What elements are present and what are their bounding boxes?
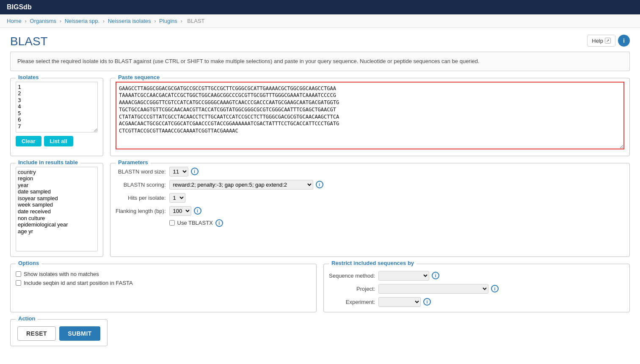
include-date-sampled[interactable]: date sampled bbox=[18, 188, 96, 195]
clear-button[interactable]: Clear bbox=[16, 136, 41, 146]
breadcrumb-sep3: › bbox=[103, 18, 106, 24]
isolate-option-4[interactable]: 4 bbox=[18, 103, 96, 110]
project-info-icon[interactable]: i bbox=[491, 285, 499, 292]
breadcrumb-sep5: › bbox=[180, 18, 184, 24]
app-title: BIGSdb bbox=[7, 3, 32, 11]
include-age-yr[interactable]: age yr bbox=[18, 228, 96, 235]
isolate-option-1[interactable]: 1 bbox=[18, 84, 96, 91]
include-non-culture[interactable]: non culture bbox=[18, 215, 96, 222]
include-year[interactable]: year bbox=[18, 182, 96, 189]
blastn-word-size-label: BLASTN word size: bbox=[116, 168, 166, 175]
isolate-option-6[interactable]: 6 bbox=[18, 116, 96, 123]
experiment-info-icon[interactable]: i bbox=[423, 298, 431, 306]
parameters-grid: BLASTN word size: 11 i BLASTN scoring: r… bbox=[116, 167, 624, 227]
isolates-buttons: Clear List all bbox=[16, 136, 98, 146]
tblastx-info-icon[interactable]: i bbox=[215, 219, 223, 227]
blastn-scoring-info-icon[interactable]: i bbox=[316, 181, 323, 188]
paste-sequence-legend: Paste sequence bbox=[116, 74, 162, 80]
submit-button[interactable]: SUBMIT bbox=[59, 326, 100, 341]
blastn-scoring-label: BLASTN scoring: bbox=[116, 182, 166, 188]
hits-per-isolate-select[interactable]: 1 bbox=[169, 193, 185, 203]
blastn-word-size-select[interactable]: 11 bbox=[169, 167, 188, 176]
include-results-panel: Include in results table country region … bbox=[10, 163, 103, 257]
include-epidemiological-year[interactable]: epidemiological year bbox=[18, 221, 96, 228]
options-panel: Options Show isolates with no matches In… bbox=[10, 264, 317, 312]
isolates-legend: Isolates bbox=[16, 74, 41, 80]
flanking-length-info-icon[interactable]: i bbox=[194, 207, 201, 215]
breadcrumb-home[interactable]: Home bbox=[7, 18, 22, 24]
blastn-scoring-select[interactable]: reward:2; penalty:-3; gap open:5; gap ex… bbox=[169, 180, 313, 190]
experiment-control: i bbox=[378, 297, 624, 307]
parameters-panel: Parameters BLASTN word size: 11 i BLASTN… bbox=[110, 163, 630, 257]
isolates-listbox[interactable]: 1 2 3 4 5 6 7 bbox=[16, 82, 98, 132]
show-no-matches-checkbox[interactable] bbox=[16, 271, 21, 277]
project-control: i bbox=[378, 284, 624, 294]
breadcrumb-organisms[interactable]: Organisms bbox=[30, 18, 56, 24]
breadcrumb-sep2: › bbox=[60, 18, 63, 24]
info-icon: i bbox=[623, 37, 625, 44]
isolate-option-2[interactable]: 2 bbox=[18, 90, 96, 97]
external-link-icon: ↗ bbox=[605, 38, 611, 44]
breadcrumb-plugins[interactable]: Plugins bbox=[159, 18, 177, 24]
sequence-method-info-icon[interactable]: i bbox=[432, 272, 439, 279]
isolate-option-5[interactable]: 5 bbox=[18, 110, 96, 117]
bottom-section: Include in results table country region … bbox=[10, 163, 630, 257]
action-buttons: RESET SUBMIT bbox=[17, 326, 100, 341]
breadcrumb-neisseria-spp[interactable]: Neisseria spp. bbox=[65, 18, 99, 24]
help-label: Help bbox=[592, 38, 603, 44]
page-header: BLAST Help ↗ i bbox=[0, 28, 640, 52]
include-region[interactable]: region bbox=[18, 175, 96, 182]
isolates-panel: Isolates 1 2 3 4 5 6 7 Clear List all bbox=[10, 78, 103, 156]
experiment-select[interactable] bbox=[378, 297, 421, 307]
breadcrumb-sep1: › bbox=[25, 18, 28, 24]
paste-sequence-textarea[interactable] bbox=[116, 82, 624, 149]
parameters-legend: Parameters bbox=[116, 159, 151, 165]
blastn-word-size-info-icon[interactable]: i bbox=[191, 168, 199, 175]
include-date-received[interactable]: date received bbox=[18, 208, 96, 215]
blastn-word-size-control: 11 i bbox=[169, 167, 624, 176]
list-all-button[interactable]: List all bbox=[44, 136, 73, 146]
restrict-legend: Restrict included sequences by bbox=[329, 260, 417, 266]
top-section: Isolates 1 2 3 4 5 6 7 Clear List all Pa… bbox=[10, 78, 630, 156]
project-label: Project: bbox=[329, 286, 375, 292]
description-box: Please select the required isolate ids t… bbox=[10, 52, 630, 71]
use-tblastx-control: Use TBLASTX i bbox=[169, 219, 624, 227]
top-bar: BIGSdb bbox=[0, 0, 640, 14]
breadcrumb-neisseria-isolates[interactable]: Neisseria isolates bbox=[108, 18, 151, 24]
use-tblastx-checkbox[interactable] bbox=[169, 220, 175, 226]
info-button[interactable]: i bbox=[618, 35, 630, 47]
isolate-option-3[interactable]: 3 bbox=[18, 97, 96, 104]
include-country[interactable]: country bbox=[18, 169, 96, 176]
help-button[interactable]: Help ↗ bbox=[587, 35, 615, 47]
sequence-method-control: i bbox=[378, 271, 624, 281]
action-panel: Action RESET SUBMIT bbox=[10, 319, 108, 346]
breadcrumb: Home › Organisms › Neisseria spp. › Neis… bbox=[0, 14, 640, 28]
include-isoyear-sampled[interactable]: isoyear sampled bbox=[18, 195, 96, 202]
main-content: Please select the required isolate ids t… bbox=[0, 52, 640, 356]
restrict-panel: Restrict included sequences by Sequence … bbox=[323, 264, 630, 312]
include-seqbin-row: Include seqbin id and start position in … bbox=[16, 280, 311, 286]
hits-per-isolate-label: Hits per isolate: bbox=[116, 195, 166, 201]
reset-button[interactable]: RESET bbox=[17, 326, 56, 341]
show-no-matches-label: Show isolates with no matches bbox=[24, 271, 99, 277]
project-select[interactable] bbox=[378, 284, 488, 294]
page-title: BLAST bbox=[10, 35, 48, 48]
use-tblastx-label: Use TBLASTX bbox=[177, 220, 213, 226]
restrict-grid: Sequence method: i Project: i bbox=[329, 271, 624, 307]
experiment-label: Experiment: bbox=[329, 299, 375, 305]
options-restrict-section: Options Show isolates with no matches In… bbox=[10, 264, 630, 312]
include-seqbin-checkbox[interactable] bbox=[16, 280, 21, 286]
include-results-legend: Include in results table bbox=[16, 159, 80, 165]
isolate-option-7[interactable]: 7 bbox=[18, 123, 96, 130]
options-legend: Options bbox=[16, 260, 41, 266]
hits-per-isolate-control: 1 bbox=[169, 193, 624, 203]
breadcrumb-sep4: › bbox=[154, 18, 157, 24]
flanking-length-control: 100 i bbox=[169, 206, 624, 216]
sequence-method-select[interactable] bbox=[378, 271, 429, 281]
include-results-listbox[interactable]: country region year date sampled isoyear… bbox=[16, 167, 98, 251]
action-legend: Action bbox=[16, 315, 38, 322]
include-week-sampled[interactable]: week sampled bbox=[18, 201, 96, 208]
flanking-length-select[interactable]: 100 bbox=[169, 206, 191, 216]
flanking-length-label: Flanking length (bp): bbox=[116, 208, 166, 214]
breadcrumb-blast: BLAST bbox=[187, 18, 204, 24]
